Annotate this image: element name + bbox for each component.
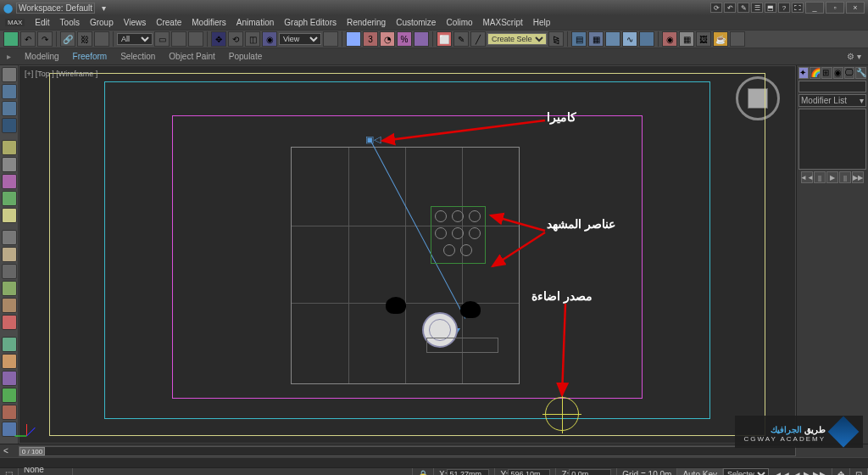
qa-icon[interactable]: ✎	[737, 3, 749, 13]
app-menu-icon[interactable]: MAX	[5, 19, 25, 26]
qa-icon[interactable]: ⟳	[710, 3, 722, 13]
motion-tab-icon[interactable]: ◉	[833, 67, 843, 79]
menu-colimo[interactable]: Colimo	[446, 18, 472, 27]
remove-mod-icon[interactable]: ||	[839, 171, 851, 183]
menu-modifiers[interactable]: Modifiers	[192, 18, 226, 27]
tool-icon[interactable]	[346, 31, 361, 47]
hierarchy-tab-icon[interactable]: ⊞	[821, 67, 832, 79]
lb-icon[interactable]	[2, 337, 17, 352]
lb-icon[interactable]	[2, 208, 17, 223]
utilities-tab-icon[interactable]: 🔧	[855, 67, 866, 79]
display-tab-icon[interactable]: 🖵	[844, 67, 854, 79]
tool-icon[interactable]: ✎	[453, 31, 469, 47]
undo-icon[interactable]: ↶	[20, 31, 36, 47]
modifier-list-dropdown[interactable]: Modifier List▾	[798, 94, 866, 107]
y-coord-field[interactable]	[508, 469, 550, 475]
render-frame-icon[interactable]: 🖼	[696, 31, 711, 47]
tool-icon[interactable]	[605, 31, 620, 47]
move-icon[interactable]: ✥	[211, 31, 226, 47]
snap-icon[interactable]: 3	[363, 31, 378, 47]
ribbon-populate[interactable]: Populate	[229, 52, 262, 61]
qa-icon[interactable]: ?	[778, 3, 790, 13]
lb-icon[interactable]	[2, 298, 17, 313]
named-selection[interactable]: Create Selectio	[487, 33, 547, 45]
scale-icon[interactable]: ◫	[245, 31, 260, 47]
menu-create[interactable]: Create	[156, 18, 181, 27]
lb-icon[interactable]	[2, 118, 17, 133]
lb-icon[interactable]	[2, 315, 17, 330]
lb-icon[interactable]	[2, 67, 17, 82]
pin-stack-icon[interactable]: ◄◄	[801, 171, 813, 183]
nav-icon[interactable]: ⊡	[850, 468, 868, 475]
lb-icon[interactable]	[2, 230, 17, 245]
menu-views[interactable]: Views	[124, 18, 147, 27]
show-end-icon[interactable]: ||	[814, 171, 826, 183]
layer-icon[interactable]: ▦	[588, 31, 604, 47]
angle-snap-icon[interactable]: ◔	[380, 31, 395, 47]
lb-icon[interactable]	[2, 84, 17, 99]
lb-icon[interactable]	[2, 281, 17, 296]
qa-icon[interactable]: ↶	[724, 3, 736, 13]
keymode-dropdown[interactable]: Selected	[723, 468, 769, 475]
menu-grapheditors[interactable]: Graph Editors	[284, 18, 337, 27]
nav-icon[interactable]: ✥	[832, 468, 850, 475]
selection-filter[interactable]: All	[117, 33, 153, 45]
minimize-button[interactable]: _	[805, 2, 824, 14]
menu-tools[interactable]: Tools	[60, 18, 80, 27]
lb-icon[interactable]	[2, 388, 17, 403]
qa-icon[interactable]: ⛶	[792, 3, 804, 13]
lb-icon[interactable]	[2, 174, 17, 189]
menu-edit[interactable]: Edit	[35, 18, 49, 27]
workspace-dropdown[interactable]: Workspace: Default	[16, 3, 95, 14]
tool-icon[interactable]: ◉	[262, 31, 277, 47]
lb-icon[interactable]	[2, 422, 17, 437]
viewport-label[interactable]: [+] [Top ] [Wireframe ]	[25, 70, 97, 78]
ribbon-objectpaint[interactable]: Object Paint	[169, 52, 214, 61]
tool-icon[interactable]	[94, 31, 109, 47]
modify-tab-icon[interactable]: 🌈	[810, 67, 821, 79]
unlink-icon[interactable]: ⛓	[77, 31, 92, 47]
menu-maxscript[interactable]: MAXScript	[483, 18, 523, 27]
material-editor-icon[interactable]: ◉	[662, 31, 677, 47]
tool-icon[interactable]	[171, 31, 186, 47]
link-icon[interactable]: 🔗	[60, 31, 75, 47]
mirror-icon[interactable]: ⧎	[548, 31, 564, 47]
create-tab-icon[interactable]: ✦	[798, 67, 809, 79]
refcoord-dropdown[interactable]: View	[279, 33, 321, 45]
redo-icon[interactable]: ↷	[37, 31, 53, 47]
render-setup-icon[interactable]: ▦	[679, 31, 694, 47]
lb-icon[interactable]	[2, 405, 17, 420]
time-handle[interactable]: 0 / 100	[19, 447, 45, 455]
lb-icon[interactable]	[2, 191, 17, 206]
curve-editor-icon[interactable]: ∿	[622, 31, 637, 47]
tool-icon[interactable]	[730, 31, 745, 47]
unique-icon[interactable]: ▶	[826, 171, 838, 183]
lb-icon[interactable]	[2, 247, 17, 262]
object-name-field[interactable]	[798, 81, 866, 92]
time-icon[interactable]: <	[0, 446, 19, 455]
ribbon-opts-icon[interactable]: ⚙ ▾	[847, 52, 861, 61]
menu-rendering[interactable]: Rendering	[347, 18, 386, 27]
menu-group[interactable]: Group	[90, 18, 114, 27]
tool-icon[interactable]	[3, 31, 19, 47]
qa-icon[interactable]: ⬒	[765, 3, 776, 13]
percent-snap-icon[interactable]: %	[397, 31, 412, 47]
close-button[interactable]: ×	[846, 2, 865, 14]
menu-help[interactable]: Help	[533, 18, 551, 27]
z-coord-field[interactable]	[569, 469, 611, 475]
select-icon[interactable]: ▭	[154, 31, 170, 47]
prompt-icon[interactable]: ⬚	[0, 468, 19, 475]
tool-icon[interactable]	[323, 31, 338, 47]
config-icon[interactable]: ▶▶	[852, 171, 864, 183]
ribbon-modeling[interactable]: Modeling	[25, 52, 59, 61]
lb-icon[interactable]	[2, 140, 17, 155]
play-controls[interactable]: ◄◄ ◄ ▶ ▶▶	[769, 468, 832, 475]
align-icon[interactable]: ▤	[571, 31, 587, 47]
viewport[interactable]: [+] [Top ] [Wireframe ] ▣◁ كاميرا عناصر …	[19, 65, 796, 444]
maximize-button[interactable]: ▫	[826, 2, 844, 14]
rotate-icon[interactable]: ⟲	[228, 31, 243, 47]
ribbon-freeform[interactable]: Freeform	[73, 52, 108, 61]
tool-icon[interactable]	[188, 31, 203, 47]
lb-icon[interactable]	[2, 101, 17, 116]
qa-icon[interactable]: ☰	[751, 3, 763, 13]
